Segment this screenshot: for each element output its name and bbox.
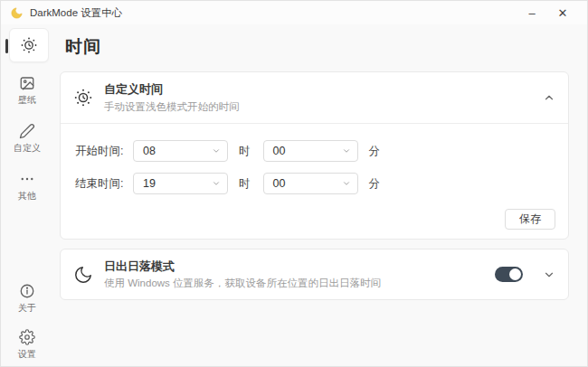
hour-unit-label: 时: [239, 176, 251, 192]
sidebar: 壁纸 自定义 其他: [1, 24, 53, 367]
sidebar-item-label: 壁纸: [18, 94, 36, 107]
end-minute-select[interactable]: 00: [263, 173, 358, 194]
main-content: 时间 自定义时间: [53, 24, 587, 367]
chevron-up-icon[interactable]: [543, 91, 555, 104]
moon-icon: [73, 265, 93, 285]
gear-icon: [19, 329, 35, 345]
end-hour-select[interactable]: 19: [133, 173, 228, 194]
custom-time-card: 自定义时间 手动设置浅色模式开始的时间 开始时间: 08 时: [60, 71, 569, 240]
titlebar: DarkMode 设置中心 – ✕: [1, 1, 587, 24]
sidebar-item-settings[interactable]: 设置: [18, 329, 36, 361]
sidebar-item-label: 自定义: [14, 142, 41, 155]
save-button[interactable]: 保存: [505, 209, 555, 230]
start-time-row: 开始时间: 08 时 00 分: [75, 140, 555, 162]
sunrise-sunset-card-header[interactable]: 日出日落模式 使用 Windows 位置服务，获取设备所在位置的日出日落时间: [61, 249, 568, 299]
app-moon-icon: [10, 6, 24, 20]
custom-time-subtitle: 手动设置浅色模式开始的时间: [104, 100, 532, 114]
app-title: DarkMode 设置中心: [30, 6, 122, 20]
chevron-down-icon: [212, 179, 221, 188]
sun-clock-icon: [73, 88, 93, 108]
start-minute-select[interactable]: 00: [263, 140, 358, 162]
custom-time-card-body: 开始时间: 08 时 00 分: [61, 123, 568, 239]
minute-unit-label: 分: [369, 176, 381, 192]
minimize-button[interactable]: –: [517, 2, 547, 24]
sun-clock-icon: [20, 36, 38, 54]
sidebar-item-wallpaper[interactable]: 壁纸: [18, 75, 36, 107]
chevron-down-icon[interactable]: [543, 268, 555, 281]
image-icon: [19, 75, 35, 91]
sidebar-item-other[interactable]: 其他: [18, 171, 36, 202]
toggle-knob: [509, 268, 521, 280]
selected-indicator: [5, 39, 8, 53]
end-hour-value: 19: [143, 177, 212, 190]
app-body: 壁纸 自定义 其他: [1, 24, 587, 367]
sunrise-head-text: 日出日落模式 使用 Windows 位置服务，获取设备所在位置的日出日落时间: [104, 259, 484, 290]
start-time-label: 开始时间:: [75, 144, 126, 159]
end-time-label: 结束时间:: [75, 176, 126, 192]
hour-unit-label: 时: [239, 144, 251, 159]
sidebar-item-time[interactable]: [9, 28, 49, 62]
chevron-down-icon: [212, 146, 221, 155]
chevron-down-icon: [342, 179, 351, 188]
start-hour-value: 08: [143, 145, 212, 157]
custom-time-title: 自定义时间: [104, 81, 532, 98]
custom-time-card-header[interactable]: 自定义时间 手动设置浅色模式开始的时间: [61, 72, 568, 123]
sidebar-item-custom[interactable]: 自定义: [14, 123, 41, 155]
minute-unit-label: 分: [369, 144, 381, 159]
sunrise-sunset-card: 日出日落模式 使用 Windows 位置服务，获取设备所在位置的日出日落时间: [60, 249, 569, 300]
close-button[interactable]: ✕: [547, 2, 578, 24]
sunrise-title: 日出日落模式: [104, 259, 484, 275]
sidebar-item-label: 其他: [18, 190, 36, 202]
pencil-icon: [19, 123, 35, 139]
info-icon: [19, 283, 35, 299]
chevron-down-icon: [342, 146, 351, 155]
sunrise-subtitle: 使用 Windows 位置服务，获取设备所在位置的日出日落时间: [104, 277, 484, 290]
sidebar-item-label: 关于: [18, 302, 36, 315]
page-title: 时间: [65, 35, 569, 59]
sidebar-item-about[interactable]: 关于: [18, 283, 36, 315]
end-time-row: 结束时间: 19 时 00 分: [75, 173, 555, 194]
ellipsis-icon: [19, 171, 35, 187]
sunrise-toggle[interactable]: [495, 267, 523, 282]
start-hour-select[interactable]: 08: [133, 140, 228, 162]
save-row: 保存: [75, 205, 555, 230]
start-minute-value: 00: [273, 145, 342, 157]
custom-time-head-text: 自定义时间 手动设置浅色模式开始的时间: [104, 81, 532, 114]
end-minute-value: 00: [273, 177, 342, 190]
sidebar-item-label: 设置: [18, 348, 36, 361]
